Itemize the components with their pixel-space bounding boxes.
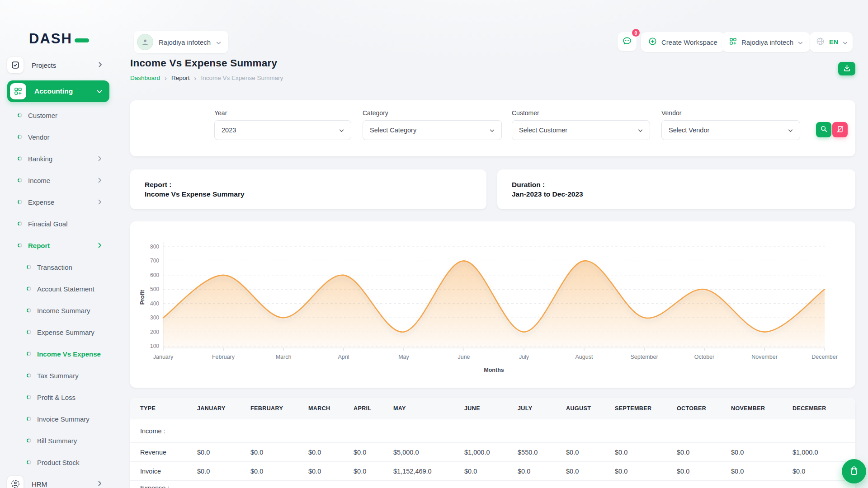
svg-text:800: 800: [150, 244, 159, 250]
sidebar-item-expense[interactable]: Expense: [0, 191, 117, 213]
sidebar-item-income[interactable]: Income: [0, 169, 117, 191]
sidebar-item-accounting[interactable]: Accounting: [7, 80, 109, 102]
company-selector[interactable]: Rajodiya infotech: [722, 32, 810, 52]
svg-text:August: August: [576, 354, 593, 360]
table-cell: $0.0: [615, 449, 677, 456]
table-cell: Revenue: [140, 449, 197, 456]
bullet-icon: [27, 438, 31, 443]
breadcrumb-separator: ›: [194, 75, 197, 81]
sidebar-item-label: Income: [28, 177, 50, 184]
svg-text:600: 600: [150, 272, 159, 278]
hrm-person-icon: [7, 476, 24, 488]
shop-fab-button[interactable]: [842, 459, 866, 483]
avatar: [137, 34, 153, 50]
sidebar-item-customer[interactable]: Customer: [0, 104, 117, 126]
bullet-icon: [18, 221, 22, 226]
filter-card: Year 2023 Category Select Category Custo…: [130, 100, 855, 156]
year-label: Year: [214, 109, 227, 117]
column-header: JUNE: [464, 405, 518, 412]
vendor-select[interactable]: Select Vendor: [661, 120, 800, 140]
table-cell: $0.0: [354, 449, 393, 456]
messages-button[interactable]: 0: [618, 32, 637, 51]
bullet-icon: [18, 135, 22, 139]
sidebar-item-transaction[interactable]: Transaction: [0, 256, 117, 278]
table-cell: $0.0: [566, 468, 615, 475]
chevron-down-icon: [638, 127, 643, 134]
sidebar-item-label: HRM: [32, 480, 47, 488]
breadcrumb-dashboard[interactable]: Dashboard: [130, 75, 160, 81]
chevron-right-icon: [98, 177, 102, 184]
workspace-selector[interactable]: Rajodiya infotech: [134, 31, 228, 53]
svg-text:October: October: [694, 354, 714, 360]
chart-card: 100200300400500600700800JanuaryFebruaryM…: [130, 221, 855, 388]
sidebar-item-bill-summary[interactable]: Bill Summary: [0, 430, 117, 451]
sidebar-item-hrm[interactable]: HRM: [0, 473, 117, 488]
svg-text:January: January: [153, 354, 174, 360]
svg-text:September: September: [630, 354, 658, 360]
table-cell: $1,152,469.0: [393, 468, 464, 475]
bullet-icon: [27, 286, 31, 291]
chevron-down-icon: [490, 127, 495, 134]
table-cell: $0.0: [308, 468, 354, 475]
sidebar-item-vendor[interactable]: Vendor: [0, 126, 117, 148]
sidebar-item-product-stock[interactable]: Product Stock: [0, 451, 117, 473]
sidebar-item-projects[interactable]: Projects: [7, 56, 109, 74]
bullet-icon: [27, 395, 31, 399]
sidebar-item-label: Vendor: [28, 133, 50, 141]
bullet-icon: [18, 243, 22, 248]
apply-filter-button[interactable]: [816, 122, 831, 137]
table-header-row: TYPE JANUARY FEBRUARY MARCH APRIL MAY JU…: [130, 398, 855, 419]
column-header: AUGUST: [566, 405, 615, 412]
sidebar-item-tax-summary[interactable]: Tax Summary: [0, 365, 117, 386]
sidebar-item-label: Transaction: [37, 263, 72, 271]
sidebar-item-account-statement[interactable]: Account Statement: [0, 278, 117, 300]
column-header: SEPTEMBER: [615, 405, 677, 412]
year-select[interactable]: 2023: [214, 120, 351, 140]
sidebar-item-label: Invoice Summary: [37, 415, 90, 423]
messages-badge: 0: [632, 29, 640, 37]
table-cell: $0.0: [197, 468, 250, 475]
sidebar-item-income-summary[interactable]: Income Summary: [0, 300, 117, 321]
table-cell: $1,000.0: [793, 449, 855, 456]
sidebar-item-income-vs-expense[interactable]: Income Vs Expense: [0, 343, 117, 365]
report-label: Report :: [145, 180, 472, 189]
sidebar: DASH Projects Accounting Customer Vendor…: [0, 0, 117, 488]
table-cell: $550.0: [518, 449, 566, 456]
column-header: NOVEMBER: [731, 405, 793, 412]
table-cell: $0.0: [677, 449, 731, 456]
sidebar-item-banking[interactable]: Banking: [0, 148, 117, 169]
sidebar-item-label: Account Statement: [37, 285, 94, 293]
sidebar-item-label: Projects: [32, 61, 56, 69]
logo[interactable]: DASH: [29, 31, 89, 47]
download-button[interactable]: [838, 62, 855, 75]
category-label: Category: [363, 109, 388, 117]
sidebar-item-label: Customer: [28, 112, 57, 119]
bullet-icon: [18, 178, 22, 183]
sidebar-item-finacial-goal[interactable]: Finacial Goal: [0, 213, 117, 235]
table-cell: $0.0: [354, 468, 393, 475]
sidebar-item-expense-summary[interactable]: Expense Summary: [0, 321, 117, 343]
chevron-right-icon: [98, 198, 102, 206]
shopping-bag-icon: [849, 465, 859, 478]
table-cell: $5,000.0: [393, 449, 464, 456]
accounting-category-icon: [10, 83, 26, 99]
report-summary-card: Report : Income Vs Expense Summary: [130, 169, 486, 209]
bullet-icon: [27, 417, 31, 421]
category-select[interactable]: Select Category: [363, 120, 502, 140]
sidebar-item-invoice-summary[interactable]: Invoice Summary: [0, 408, 117, 430]
language-selector[interactable]: EN: [810, 32, 853, 52]
sidebar-item-profit-loss[interactable]: Profit & Loss: [0, 386, 117, 408]
svg-text:February: February: [212, 354, 235, 360]
section-label: Income :: [140, 427, 855, 435]
create-workspace-button[interactable]: Create Workspace: [641, 32, 725, 52]
customer-select[interactable]: Select Customer: [512, 120, 650, 140]
svg-text:March: March: [276, 354, 292, 360]
bullet-icon: [27, 265, 31, 269]
breadcrumb-report[interactable]: Report: [171, 75, 190, 81]
reset-filter-button[interactable]: [832, 122, 848, 137]
bullet-icon: [27, 460, 31, 465]
bullet-icon: [18, 200, 22, 204]
column-header: JULY: [518, 405, 566, 412]
chat-icon: [622, 36, 632, 47]
sidebar-item-report[interactable]: Report: [0, 235, 117, 256]
